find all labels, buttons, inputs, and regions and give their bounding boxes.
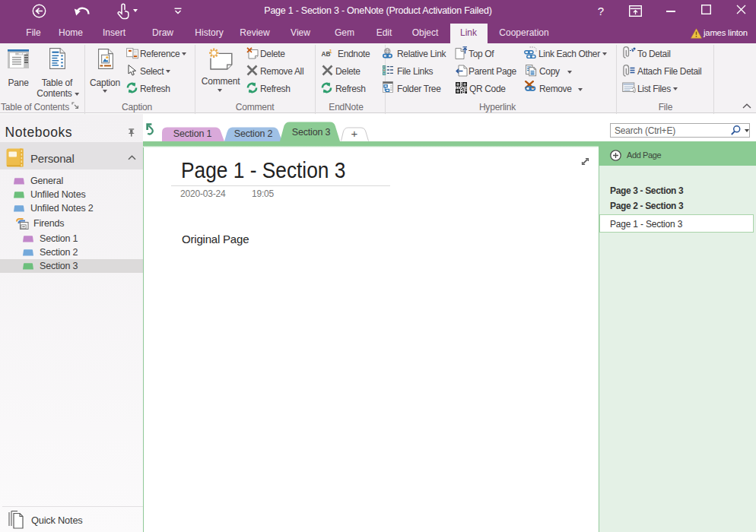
svg-text:1: 1 bbox=[329, 49, 332, 54]
